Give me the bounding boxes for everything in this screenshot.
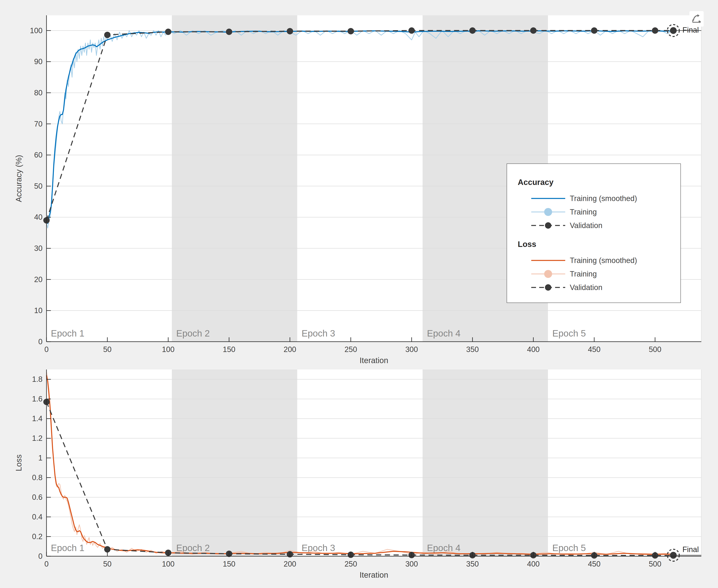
loss-y-tick-label: 0.6	[32, 493, 43, 501]
accuracy-final-marker	[670, 27, 677, 34]
export-icon	[691, 13, 702, 25]
legend-entry: Training (smoothed)	[507, 194, 680, 203]
accuracy-y-axis-label: Accuracy (%)	[14, 155, 23, 202]
epoch-label-3: Epoch 3	[301, 328, 335, 338]
loss-x-axis-label: Iteration	[360, 570, 388, 579]
accuracy-y-tick-label: 80	[34, 89, 43, 97]
accuracy-x-tick-label: 400	[527, 345, 540, 354]
accuracy-x-tick-label: 0	[44, 345, 48, 354]
legend-sample-validation	[531, 221, 565, 230]
loss-x-tick-label: 200	[284, 560, 296, 568]
legend-entry: Validation	[507, 221, 680, 230]
epoch-band-2	[172, 15, 297, 342]
legend-entry: Training (smoothed)	[507, 256, 680, 265]
accuracy-y-tick-label: 0	[38, 337, 43, 346]
legend-group-accuracy: Accuracy	[507, 178, 680, 187]
legend-sample	[531, 256, 565, 265]
legend-sample-smoothed	[531, 256, 565, 265]
legend-entry: Training	[507, 270, 680, 278]
accuracy-x-tick-label: 350	[466, 345, 479, 354]
loss-y-tick-label: 1.4	[32, 414, 43, 423]
accuracy-y-tick-label: 10	[34, 306, 43, 315]
legend-entry-label: Validation	[570, 283, 603, 292]
accuracy-y-tick-label: 100	[30, 26, 43, 35]
legend-entry: Training	[507, 208, 680, 216]
loss-final-marker	[670, 552, 677, 559]
loss-y-tick-label: 1.2	[32, 434, 43, 442]
accuracy-x-tick-label: 200	[284, 345, 296, 354]
legend-sample-smoothed	[531, 194, 565, 203]
loss-x-tick-label: 300	[405, 560, 418, 568]
training-progress-window: { "window": {"final_label": "Final"}, "t…	[0, 0, 718, 588]
accuracy-x-tick-label: 100	[162, 345, 174, 354]
epoch-label-5: Epoch 5	[552, 328, 586, 338]
accuracy-final-label: Final	[682, 26, 699, 34]
accuracy-validation-marker	[165, 28, 171, 35]
plot-area-loss	[46, 370, 701, 556]
accuracy-y-tick-label: 40	[34, 213, 43, 221]
accuracy-validation-marker	[226, 28, 232, 35]
legend-entry-label: Training (smoothed)	[570, 194, 637, 203]
legend-sample-validation	[531, 283, 565, 292]
loss-x-tick-label: 350	[466, 560, 479, 568]
loss-x-tick-label: 100	[162, 560, 174, 568]
legend-sample-raw	[531, 270, 565, 278]
epoch-label-3: Epoch 3	[301, 543, 335, 553]
loss-x-tick-label: 150	[223, 560, 235, 568]
loss-x-tick-label: 400	[527, 560, 540, 568]
epoch-label-4: Epoch 4	[427, 543, 461, 553]
accuracy-validation-marker	[530, 27, 536, 34]
legend-entry-label: Validation	[570, 221, 603, 230]
accuracy-y-tick-label: 20	[34, 275, 43, 284]
legend-sample	[531, 221, 565, 230]
accuracy-y-tick-label: 60	[34, 151, 43, 159]
legend: AccuracyTraining (smoothed)TrainingValid…	[507, 164, 681, 303]
accuracy-x-tick-label: 450	[588, 345, 600, 354]
legend-group-title: Accuracy	[518, 178, 553, 187]
legend-sample	[531, 270, 565, 278]
accuracy-validation-marker	[469, 27, 476, 34]
accuracy-validation-marker	[591, 27, 597, 34]
legend-sample-raw	[531, 208, 565, 216]
accuracy-x-tick-label: 300	[405, 345, 418, 354]
legend-sample	[531, 283, 565, 292]
epoch-label-4: Epoch 4	[427, 328, 461, 338]
accuracy-x-axis-label: Iteration	[360, 356, 388, 365]
accuracy-x-tick-label: 50	[103, 345, 111, 354]
epoch-label-1: Epoch 1	[51, 328, 84, 338]
accuracy-validation-marker	[652, 27, 658, 34]
loss-x-tick-label: 450	[588, 560, 600, 568]
legend-entry: Validation	[507, 283, 680, 292]
legend-group-title: Loss	[518, 240, 536, 249]
legend-sample	[531, 194, 565, 203]
accuracy-x-tick-label: 500	[649, 345, 661, 354]
loss-x-tick-label: 50	[103, 560, 111, 568]
export-button[interactable]	[690, 11, 704, 27]
accuracy-y-tick-label: 90	[34, 57, 43, 66]
epoch-label-1: Epoch 1	[51, 543, 84, 553]
accuracy-validation-marker	[348, 28, 354, 34]
loss-x-tick-label: 250	[344, 560, 357, 568]
loss-y-tick-label: 0.2	[32, 532, 43, 541]
loss-final-label: Final	[682, 545, 699, 554]
accuracy-validation-marker	[408, 27, 415, 34]
loss-y-axis-label: Loss	[14, 455, 23, 471]
legend-group-loss: Loss	[507, 240, 680, 249]
loss-y-tick-label: 1.8	[32, 375, 43, 383]
accuracy-y-tick-label: 70	[34, 120, 43, 128]
loss-y-tick-label: 1.6	[32, 395, 43, 403]
legend-entry-label: Training	[570, 270, 597, 278]
loss-y-tick-label: 0.4	[32, 513, 43, 521]
legend-sample	[531, 208, 565, 216]
chart-loss: Epoch 1Epoch 2Epoch 3Epoch 4Epoch 5Final…	[14, 370, 701, 579]
accuracy-x-tick-label: 250	[344, 345, 357, 354]
epoch-band-2	[172, 370, 297, 556]
legend-entry-label: Training (smoothed)	[570, 256, 637, 265]
loss-validation-marker	[104, 546, 110, 552]
loss-x-tick-label: 0	[44, 560, 48, 568]
accuracy-x-tick-label: 150	[223, 345, 235, 354]
accuracy-y-tick-label: 50	[34, 182, 43, 190]
accuracy-validation-marker	[287, 28, 293, 34]
legend-entry-label: Training	[570, 208, 597, 216]
loss-y-tick-label: 0	[38, 552, 43, 560]
